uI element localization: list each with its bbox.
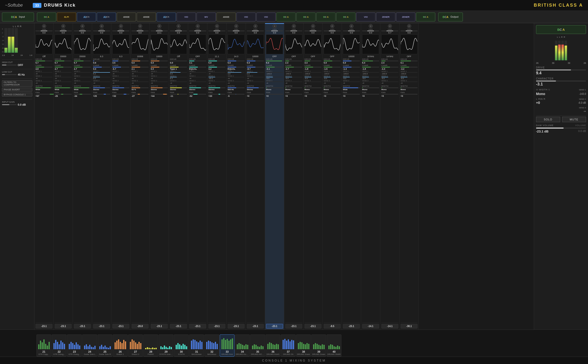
plugin-slot-22[interactable]: XL9K bbox=[57, 13, 76, 21]
send1-slider-33[interactable] bbox=[266, 72, 283, 73]
send2-slider-35[interactable] bbox=[304, 77, 321, 77]
send2-slider-37[interactable] bbox=[343, 77, 360, 77]
send2-slider-21[interactable] bbox=[35, 77, 52, 77]
gain-slider-38[interactable] bbox=[362, 31, 379, 31]
fader-value-30[interactable]: -23.1 bbox=[208, 324, 225, 329]
send2-slider-34[interactable] bbox=[285, 77, 302, 77]
pan-slider-25[interactable] bbox=[112, 94, 129, 95]
pan-slider-34[interactable] bbox=[285, 94, 302, 95]
right-bc-plugin[interactable]: B C A bbox=[536, 25, 586, 34]
daw-volume-slider[interactable] bbox=[536, 128, 586, 129]
fader-value-37[interactable]: -23.1 bbox=[343, 324, 360, 329]
phase-btn-31[interactable]: ⊘ bbox=[234, 24, 238, 28]
char-slider-31[interactable] bbox=[228, 67, 245, 67]
gain-slider-36[interactable] bbox=[324, 31, 341, 31]
send1-slider-21[interactable] bbox=[35, 72, 52, 73]
bypass-console-btn[interactable]: BYPASS CONSOLE 1 bbox=[2, 93, 32, 97]
track-thumb-21[interactable]: 21 GTR Copy... bbox=[36, 334, 51, 357]
send1-slider-27[interactable] bbox=[151, 72, 168, 73]
plugin-slot-31[interactable]: VIO bbox=[236, 13, 256, 21]
char-slider-39[interactable] bbox=[381, 67, 398, 67]
plugin-slot-30[interactable]: 4000E bbox=[217, 13, 236, 21]
width-slider-21[interactable] bbox=[35, 87, 52, 88]
fader-value-39[interactable]: -14.1 bbox=[381, 324, 398, 329]
plugin-slot-32[interactable]: VIO bbox=[256, 13, 276, 21]
send2-slider-22[interactable] bbox=[55, 77, 72, 77]
fader-value-40[interactable]: -30.1 bbox=[401, 324, 418, 329]
plugin-slot-21[interactable]: BCA bbox=[37, 13, 56, 21]
phase-btn-25[interactable]: ⊘ bbox=[119, 24, 123, 28]
char-slider-22[interactable] bbox=[55, 67, 72, 67]
send1-slider-39[interactable] bbox=[381, 72, 398, 73]
width-slider-38[interactable] bbox=[362, 87, 379, 88]
width-slider-37[interactable] bbox=[343, 87, 360, 88]
char-slider-23[interactable] bbox=[74, 67, 91, 67]
gain-slider-34[interactable] bbox=[285, 31, 302, 31]
phase-btn-37[interactable]: ⊘ bbox=[350, 24, 353, 28]
channel-strip-32[interactable]: ⊘ GAIN 0.0 10000 DRIVE 5.0 CHAR. -8.7 bbox=[246, 23, 265, 330]
send2-slider-27[interactable] bbox=[151, 77, 168, 77]
gain-slider-31[interactable] bbox=[228, 31, 245, 31]
fader-value-25[interactable]: -23.1 bbox=[112, 324, 129, 329]
phase-btn-22[interactable]: ⊘ bbox=[61, 24, 65, 28]
drive-slider-36[interactable] bbox=[324, 61, 341, 61]
gain-slider-26[interactable] bbox=[132, 31, 149, 31]
plugin-slot-40[interactable]: BCA bbox=[416, 13, 435, 21]
width-slider-22[interactable] bbox=[55, 87, 72, 88]
gain-slider-30[interactable] bbox=[208, 31, 225, 31]
drive-slider-40[interactable] bbox=[401, 61, 418, 61]
send1-slider-30[interactable] bbox=[208, 72, 225, 73]
send1-slider-40[interactable] bbox=[401, 72, 418, 73]
channel-strip-30[interactable]: ⊘ GAIN 0.0 11.1 DRIVE 5.0 CHAR. 3.2 bbox=[207, 23, 227, 330]
char-slider-27[interactable] bbox=[151, 67, 168, 67]
channel-strip-38[interactable]: ⊘ GAIN 0.0 18 kHz DRIVE 6.4 CHAR. -1. bbox=[361, 23, 380, 330]
pan-slider-28[interactable] bbox=[170, 94, 187, 95]
send2-slider-30[interactable] bbox=[208, 77, 225, 77]
send2-slider-31[interactable] bbox=[228, 77, 245, 77]
pan-slider-30[interactable] bbox=[208, 94, 225, 95]
track-thumb-32[interactable]: 32 BASSfuzz bbox=[204, 334, 219, 357]
width-slider-33[interactable] bbox=[266, 87, 283, 88]
gain-slider-35[interactable] bbox=[304, 31, 321, 31]
send2-slider-26[interactable] bbox=[132, 77, 149, 77]
gain-slider-22[interactable] bbox=[55, 31, 72, 31]
gain-slider-24[interactable] bbox=[93, 31, 110, 31]
fader-value-32[interactable]: -23.1 bbox=[247, 324, 264, 329]
fader-value-21[interactable]: -23.1 bbox=[35, 324, 52, 329]
gain-slider-39[interactable] bbox=[381, 31, 398, 31]
channel-strip-27[interactable]: ⊘ GAIN 13.1 10000 DRIVE 5.0 CHAR. 0.0 bbox=[150, 23, 169, 330]
char-slider-38[interactable] bbox=[362, 67, 379, 67]
send2-slider-24[interactable] bbox=[93, 77, 110, 77]
fader-value-22[interactable]: -23.1 bbox=[55, 324, 72, 329]
fader-value-36[interactable]: -9.5 bbox=[324, 324, 341, 329]
fader-value-38[interactable]: -14.1 bbox=[362, 324, 379, 329]
drive-slider-23[interactable] bbox=[74, 61, 91, 61]
drive-slider-22[interactable] bbox=[55, 61, 72, 61]
width-slider-26[interactable] bbox=[132, 87, 149, 88]
width-slider-23[interactable] bbox=[74, 87, 91, 88]
drive-slider-35[interactable] bbox=[304, 61, 321, 61]
pan-slider-31[interactable] bbox=[228, 94, 245, 95]
send1-slider-22[interactable] bbox=[55, 72, 72, 73]
char-slider-26[interactable] bbox=[132, 67, 149, 67]
pan-slider-33[interactable] bbox=[266, 94, 283, 95]
track-thumb-23[interactable]: 23 GTR Orang... bbox=[67, 334, 82, 357]
track-thumb-40[interactable]: 40 DRUMS SNAR bbox=[327, 334, 341, 357]
track-thumb-28[interactable]: 28 PIANO bbox=[143, 334, 158, 357]
gain-slider-27[interactable] bbox=[151, 31, 168, 31]
filters-to-compressor-btn[interactable]: FILTERS TO COMPRESSOR bbox=[2, 80, 32, 87]
pan-slider-29[interactable] bbox=[189, 94, 206, 95]
phase-btn-26[interactable]: ⊘ bbox=[138, 24, 142, 28]
char-slider-37[interactable] bbox=[343, 67, 360, 67]
send2-slider-36[interactable] bbox=[324, 77, 341, 77]
channel-strip-25[interactable]: ⊘ GAIN 0.0 6.3 DRIVE 3.5 CHAR. -6.7 bbox=[111, 23, 131, 330]
gain-slider-23[interactable] bbox=[74, 31, 91, 31]
channel-strip-21[interactable]: ⊘ GAIN 0.0 Off DRIVE 5.7 CHAR. 4.8 bbox=[34, 23, 54, 330]
send2-slider-40[interactable] bbox=[401, 77, 418, 77]
pan-slider-38[interactable] bbox=[362, 94, 379, 95]
drive-slider-34[interactable] bbox=[285, 61, 302, 61]
width-slider-34[interactable] bbox=[285, 87, 302, 88]
char-slider-35[interactable] bbox=[304, 67, 321, 67]
send1-slider-29[interactable] bbox=[189, 72, 206, 73]
send1-slider-37[interactable] bbox=[343, 72, 360, 73]
